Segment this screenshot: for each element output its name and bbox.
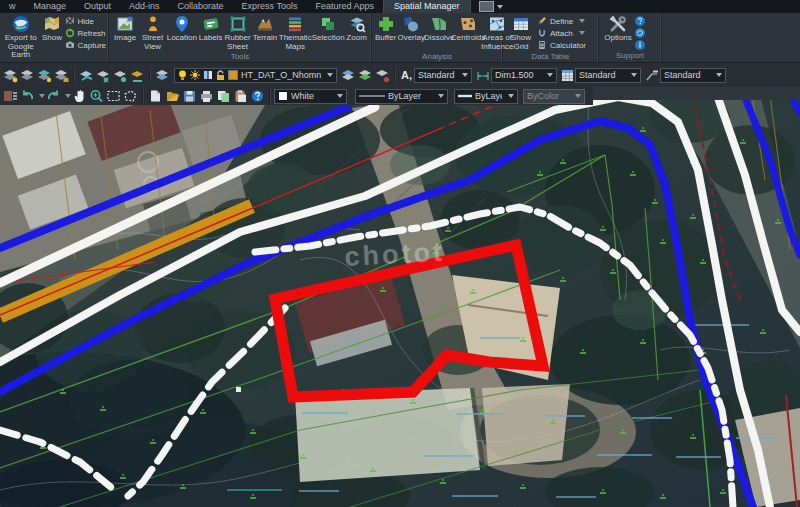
select-polygon-icon[interactable]: [123, 89, 138, 103]
centroids-button[interactable]: Centroids: [453, 14, 483, 52]
layer-freeze-icon[interactable]: [79, 68, 94, 83]
options-button[interactable]: Options: [601, 14, 635, 51]
buffer-button[interactable]: Buffer: [374, 14, 397, 52]
layer-walk-icon[interactable]: [358, 68, 373, 83]
plot-style-value: ByColor: [527, 91, 569, 101]
labels-button[interactable]: Labels: [198, 14, 224, 52]
chevron-down-icon[interactable]: [65, 94, 71, 98]
make-object-layer-icon[interactable]: [341, 68, 356, 83]
watermark: chotot: [344, 237, 446, 272]
attach-button[interactable]: Attach: [537, 28, 595, 38]
layer-lock-icon[interactable]: [54, 68, 69, 83]
refresh-button[interactable]: Refresh: [65, 28, 106, 38]
separator: [73, 67, 75, 83]
new-drawing-icon[interactable]: [148, 89, 163, 103]
dim-style-combo[interactable]: Dim1.500: [491, 68, 557, 83]
menu-bar: w Manage Output Add-ins Collaborate Expr…: [0, 0, 800, 13]
panel-label-tools: Tools: [109, 52, 371, 62]
text-style-value: Standard: [418, 70, 456, 80]
chevron-down-icon: [547, 73, 553, 77]
panel-analysis: Buffer Overlay Dissolve Centroids Areas …: [372, 13, 503, 62]
undo-icon[interactable]: [20, 89, 35, 103]
define-button[interactable]: Define: [537, 16, 595, 26]
color-chip-white: [278, 91, 288, 101]
calculator-button[interactable]: Calculator: [537, 40, 595, 50]
rubber-sheet-button[interactable]: Rubber Sheet: [223, 14, 251, 52]
layer-combo[interactable]: HT_DAT_O_Nhomnhao: [174, 68, 337, 83]
text-style-icon[interactable]: A,: [401, 69, 412, 81]
layer-match-icon[interactable]: [130, 68, 145, 83]
object-color-combo[interactable]: White: [274, 89, 347, 104]
overlay-button[interactable]: Overlay: [397, 14, 425, 52]
hide-button[interactable]: Hide: [65, 16, 106, 26]
buffer-icon: [377, 15, 395, 33]
capture-button[interactable]: Capture: [65, 40, 106, 50]
match-properties-icon[interactable]: [3, 89, 18, 103]
layer-states-icon[interactable]: [20, 68, 35, 83]
layer-on-icon[interactable]: [113, 68, 128, 83]
tab-spatial-manager[interactable]: Spatial Manager: [383, 0, 471, 13]
plot-icon[interactable]: [199, 89, 214, 103]
text-style-combo[interactable]: Standard: [414, 68, 472, 83]
pan-icon[interactable]: [72, 89, 87, 103]
linetype-combo[interactable]: ByLayer: [355, 89, 448, 104]
show-background-map-button[interactable]: Show: [39, 14, 64, 61]
background-map-small-buttons: Hide Refresh Capture: [65, 14, 106, 61]
lineweight-combo[interactable]: ByLayer: [454, 89, 518, 104]
show-grid-button[interactable]: Show Grid: [505, 14, 537, 52]
support-small-buttons: [635, 14, 651, 51]
menu-item-view[interactable]: w: [0, 0, 25, 13]
styles-toolbar: HT_DAT_O_Nhomnhao A, Standard Dim1.500 S…: [0, 62, 800, 87]
chevron-down-icon: [631, 73, 637, 77]
table-style-combo[interactable]: Standard: [575, 68, 641, 83]
ribbon-display-icon[interactable]: [479, 1, 494, 12]
street-view-icon: [144, 15, 162, 33]
paperclip-icon: [537, 28, 547, 38]
export-google-earth-button[interactable]: Export to Google Earth: [2, 14, 39, 61]
menu-item-output[interactable]: Output: [75, 0, 120, 13]
location-button[interactable]: Location: [166, 14, 198, 52]
open-drawing-icon[interactable]: [165, 89, 180, 103]
menu-item-collaborate[interactable]: Collaborate: [169, 0, 233, 13]
google-earth-icon: [12, 15, 30, 33]
layer-freeze2-icon[interactable]: [375, 68, 390, 83]
properties-toolbar: White ByLayer ByLayer ByColor: [0, 87, 593, 105]
thematic-maps-button[interactable]: Thematic Maps: [278, 14, 312, 52]
menu-item-addins[interactable]: Add-ins: [120, 0, 169, 13]
ribbon: Export to Google Earth Show Hide Refresh: [0, 13, 800, 62]
zoom-window-icon[interactable]: [89, 89, 104, 103]
redo-icon[interactable]: [46, 89, 61, 103]
save-drawing-icon[interactable]: [182, 89, 197, 103]
terrain-button[interactable]: Terrain: [252, 14, 279, 52]
panel-label-support: Support: [599, 51, 661, 62]
copy-icon[interactable]: [216, 89, 231, 103]
paste-icon[interactable]: [233, 89, 248, 103]
select-window-icon[interactable]: [106, 89, 121, 103]
layer-isolate-icon[interactable]: [37, 68, 52, 83]
map-canvas[interactable]: chotot: [0, 100, 800, 507]
update-icon[interactable]: [635, 28, 645, 38]
image-button[interactable]: Image: [111, 14, 139, 52]
menu-item-featured-apps[interactable]: Featured Apps: [306, 0, 383, 13]
street-view-button[interactable]: Street View: [139, 14, 166, 52]
help-icon[interactable]: [635, 16, 645, 26]
menu-item-express-tools[interactable]: Express Tools: [233, 0, 307, 13]
separator: [269, 88, 271, 104]
mleader-style-combo[interactable]: Standard: [660, 68, 726, 83]
dissolve-button[interactable]: Dissolve: [425, 14, 453, 52]
layer-off-icon[interactable]: [96, 68, 111, 83]
info-icon[interactable]: [635, 40, 645, 50]
application-window: w Manage Output Add-ins Collaborate Expr…: [0, 0, 800, 507]
chevron-down-icon[interactable]: [39, 94, 45, 98]
layer-previous-icon[interactable]: [155, 68, 170, 83]
chevron-down-icon: [327, 73, 333, 77]
zoom-tool-button[interactable]: Zoom: [344, 14, 369, 52]
dim-style-icon: [476, 69, 490, 82]
data-table-small-buttons: Define Attach Calculator: [537, 14, 595, 52]
chevron-down-icon[interactable]: [497, 5, 503, 9]
help-circle-icon[interactable]: [250, 89, 265, 103]
layer-properties-icon[interactable]: [3, 68, 18, 83]
selection-button[interactable]: Selection: [312, 14, 344, 52]
camera-icon: [65, 40, 75, 50]
menu-item-manage[interactable]: Manage: [25, 0, 76, 13]
